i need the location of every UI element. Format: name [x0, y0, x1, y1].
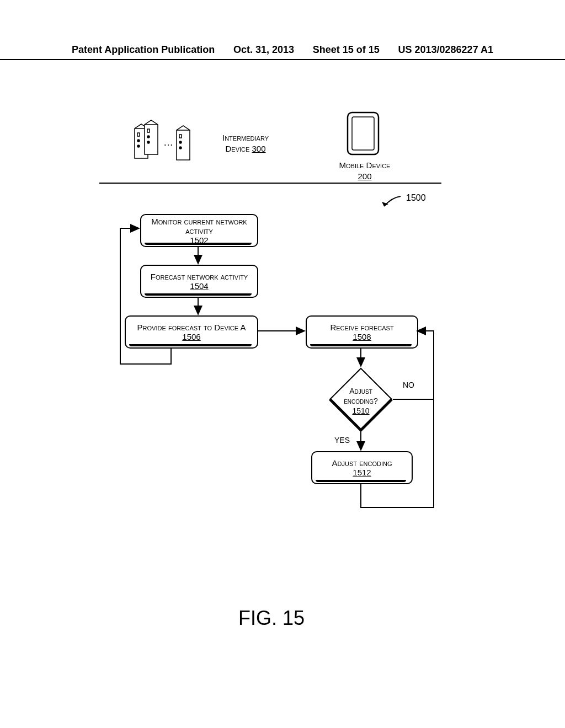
decision-text-l1: Adjust	[349, 387, 372, 395]
decision-text-l2: encoding?	[344, 397, 378, 405]
figure-caption: FIG. 15	[238, 607, 305, 630]
diagram-canvas: … Intermediary Device 300 Mobile Device …	[0, 0, 565, 728]
decision-num: 1510	[352, 406, 369, 415]
arrows	[0, 0, 565, 552]
